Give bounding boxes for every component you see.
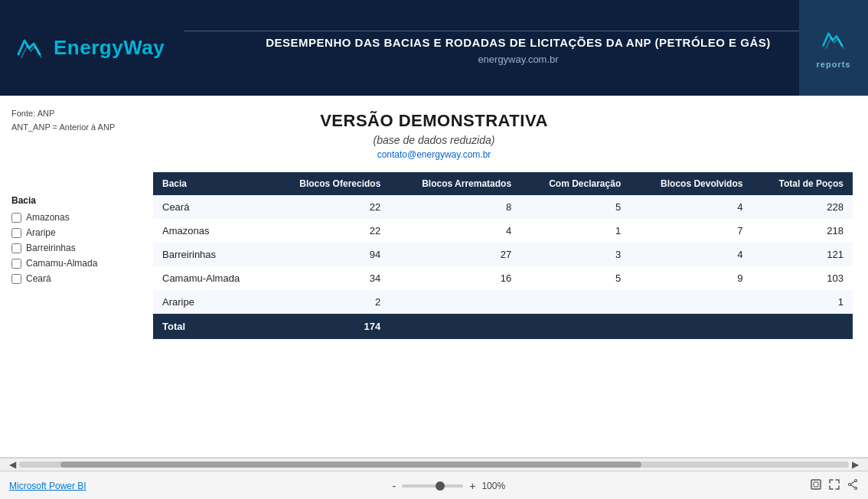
demo-contact: contato@energyway.com.br [0, 149, 868, 160]
svg-point-4 [854, 488, 857, 490]
cell-row4-col2 [390, 290, 520, 314]
logo-text: EnergyWay [54, 36, 165, 60]
svg-point-2 [854, 480, 857, 482]
scroll-right-arrow[interactable]: ▶ [849, 459, 862, 470]
filter-sidebar: Bacia Amazonas Araripe Barreirinhas Cama… [11, 195, 111, 289]
bottom-bar: ◀ ▶ Microsoft Power BI - + 100% [0, 457, 868, 499]
cell-row3-col4: 9 [630, 266, 752, 290]
total-devolvidos [630, 314, 752, 339]
cell-row1-col1: 22 [269, 219, 390, 243]
scroll-thumb[interactable] [60, 461, 641, 468]
cell-row0-col2: 8 [390, 195, 520, 219]
filter-label-ceara: Ceará [26, 273, 51, 284]
filter-label-camamu: Camamu-Almada [26, 258, 97, 269]
cell-row2-col0: Barreirinhas [153, 243, 269, 266]
filter-item-amazonas[interactable]: Amazonas [11, 212, 111, 223]
cell-row0-col3: 5 [520, 195, 630, 219]
cell-row1-col3: 1 [520, 219, 630, 243]
source-text: Fonte: ANP ANT_ANP = Anterior à ANP [11, 107, 115, 134]
filter-checkbox-araripe[interactable] [11, 228, 21, 238]
cell-row0-col5: 228 [752, 195, 853, 219]
source-line2: ANT_ANP = Anterior à ANP [11, 121, 115, 135]
cell-row1-col5: 218 [752, 219, 853, 243]
table-row: Barreirinhas942734121 [153, 243, 853, 266]
zoom-slider[interactable] [402, 484, 463, 488]
col-header-bacia: Bacia [153, 172, 269, 195]
table-row: Araripe21 [153, 290, 853, 314]
table-header-row: Bacia Blocos Oferecidos Blocos Arrematad… [153, 172, 853, 195]
filter-item-camamu[interactable]: Camamu-Almada [11, 258, 111, 269]
filter-item-ceara[interactable]: Ceará [11, 273, 111, 284]
data-table: Bacia Blocos Oferecidos Blocos Arrematad… [153, 172, 853, 339]
powerbi-link[interactable]: Microsoft Power BI [9, 481, 86, 491]
table-row: Amazonas22417218 [153, 219, 853, 243]
header: EnergyWay DESEMPENHO DAS BACIAS E RODADA… [0, 0, 868, 96]
logo-area: EnergyWay [15, 33, 184, 64]
cell-row4-col0: Araripe [153, 290, 269, 314]
cell-row3-col2: 16 [390, 266, 520, 290]
reports-badge: reports [799, 0, 868, 96]
cell-row1-col0: Amazonas [153, 219, 269, 243]
svg-rect-1 [814, 482, 818, 487]
logo-normal: Energy [54, 36, 123, 59]
cell-row4-col4 [630, 290, 752, 314]
cell-row0-col4: 4 [630, 195, 752, 219]
svg-rect-0 [811, 480, 821, 489]
table-total-row: Total 174 [153, 314, 853, 339]
col-header-blocos-arrematados: Blocos Arrematados [390, 172, 520, 195]
demo-subtitle: (base de dados reduzida) [0, 134, 868, 146]
cell-row2-col2: 27 [390, 243, 520, 266]
scrollbar-area[interactable]: ◀ ▶ [0, 458, 868, 471]
cell-row0-col0: Ceará [153, 195, 269, 219]
filter-checkbox-camamu[interactable] [11, 259, 21, 269]
scroll-left-arrow[interactable]: ◀ [6, 459, 19, 470]
main-content: Fonte: ANP ANT_ANP = Anterior à ANP VERS… [0, 96, 868, 457]
cell-row3-col1: 34 [269, 266, 390, 290]
cell-row0-col1: 22 [269, 195, 390, 219]
filter-checkbox-ceara[interactable] [11, 274, 21, 284]
filter-item-barreirinhas[interactable]: Barreirinhas [11, 243, 111, 253]
cell-row2-col4: 4 [630, 243, 752, 266]
col-header-blocos-devolvidos: Blocos Devolvidos [630, 172, 752, 195]
zoom-minus-button[interactable]: - [391, 480, 398, 492]
demo-title: VERSÃO DEMONSTRATIVA [0, 111, 868, 131]
table-area: Bacia Blocos Oferecidos Blocos Arrematad… [153, 172, 853, 339]
total-pocos [752, 314, 853, 339]
cell-row2-col3: 3 [520, 243, 630, 266]
cell-row3-col5: 103 [752, 266, 853, 290]
total-oferecidos: 174 [269, 314, 390, 339]
fullscreen-icon[interactable] [828, 478, 840, 493]
header-title: DESEMPENHO DAS BACIAS E RODADAS DE LICIT… [266, 36, 771, 49]
filter-checkbox-amazonas[interactable] [11, 213, 21, 223]
cell-row4-col1: 2 [269, 290, 390, 314]
zoom-plus-button[interactable]: + [468, 480, 477, 492]
filter-item-araripe[interactable]: Araripe [11, 227, 111, 238]
cell-row4-col5: 1 [752, 290, 853, 314]
zoom-slider-thumb[interactable] [436, 481, 445, 491]
reports-label: reports [817, 60, 851, 69]
col-header-com-declaracao: Com Declaração [520, 172, 630, 195]
cell-row2-col1: 94 [269, 243, 390, 266]
total-declaracao [520, 314, 630, 339]
header-center: DESEMPENHO DAS BACIAS E RODADAS DE LICIT… [184, 31, 853, 65]
cell-row2-col5: 121 [752, 243, 853, 266]
logo-colored: Way [123, 36, 165, 59]
share-icon[interactable] [847, 478, 859, 493]
cell-row3-col3: 5 [520, 266, 630, 290]
filter-checkbox-barreirinhas[interactable] [11, 243, 21, 253]
filter-label-barreirinhas: Barreirinhas [26, 243, 76, 253]
cell-row4-col3 [520, 290, 630, 314]
zoom-controls: - + 100% [391, 480, 506, 492]
energyway-logo-icon [15, 33, 46, 64]
filter-title: Bacia [11, 195, 111, 206]
col-header-total-pocos: Total de Poços [752, 172, 853, 195]
cell-row1-col4: 7 [630, 219, 752, 243]
demo-notice: VERSÃO DEMONSTRATIVA (base de dados redu… [0, 96, 868, 168]
scroll-track[interactable] [19, 461, 849, 468]
fit-screen-icon[interactable] [810, 478, 822, 493]
filter-label-araripe: Araripe [26, 227, 56, 238]
cell-row1-col2: 4 [390, 219, 520, 243]
header-website: energyway.com.br [478, 54, 558, 65]
zoom-percent: 100% [481, 481, 505, 491]
header-divider [184, 31, 853, 31]
